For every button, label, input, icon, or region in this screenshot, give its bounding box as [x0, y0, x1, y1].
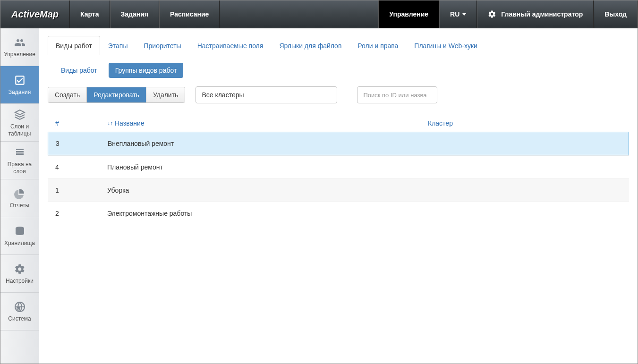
sidebar: Управление Задания Слои и таблицы Права … [0, 28, 39, 364]
cell-id: 3 [56, 140, 108, 147]
page-body: Управление Задания Слои и таблицы Права … [0, 28, 638, 364]
create-button[interactable]: Создать [48, 87, 87, 102]
globe-icon: C [12, 300, 27, 313]
tab-priorities[interactable]: Приоритеты [136, 36, 189, 55]
layers-icon [12, 108, 27, 121]
header-id[interactable]: # [55, 119, 107, 127]
top-bar: ActiveMap Карта Задания Расписание Управ… [0, 0, 638, 28]
tab-stages[interactable]: Этапы [100, 36, 136, 55]
tab-roles[interactable]: Роли и права [349, 36, 406, 55]
sidebar-item-tasks[interactable]: Задания [0, 66, 39, 104]
tab-work-types[interactable]: Виды работ [48, 36, 100, 55]
crud-button-group: Создать Редактировать Удалить [48, 87, 185, 103]
nav-admin[interactable]: Главный администратор [477, 0, 594, 28]
gear-icon [488, 10, 496, 18]
delete-button[interactable]: Удалить [146, 87, 185, 102]
users-icon [12, 36, 27, 49]
subtab-work-type-groups[interactable]: Группы видов работ [109, 63, 184, 78]
sidebar-item-settings[interactable]: Настройки [0, 255, 39, 293]
main-tabs: Виды работ Этапы Приоритеты Настраиваемы… [48, 36, 629, 55]
sidebar-label: Настройки [6, 278, 34, 284]
nav-manage[interactable]: Управление [378, 0, 439, 28]
cell-id: 1 [55, 186, 107, 194]
checkbox-icon [12, 74, 27, 87]
cell-cluster [428, 163, 621, 171]
sidebar-item-rights[interactable]: Права на слои [0, 142, 39, 179]
sidebar-label: Хранилища [4, 240, 35, 246]
cell-name: Уборка [107, 186, 428, 194]
header-cluster[interactable]: Кластер [428, 119, 621, 127]
subtab-work-types[interactable]: Виды работ [54, 63, 104, 78]
svg-text:C: C [17, 307, 19, 310]
sidebar-label: Система [8, 315, 31, 322]
nav-admin-label: Главный администратор [501, 10, 583, 18]
document-icon [12, 146, 27, 159]
cluster-filter[interactable] [196, 86, 337, 103]
sidebar-item-system[interactable]: C Система [0, 293, 39, 330]
cell-name: Электромонтажные работы [107, 210, 428, 217]
cell-cluster [427, 140, 621, 147]
chevron-down-icon [462, 13, 466, 16]
cell-name: Внеплановый ремонт [108, 140, 427, 147]
nav-map[interactable]: Карта [70, 0, 110, 28]
header-name[interactable]: ↓↑ Название [107, 119, 428, 127]
piechart-icon [12, 187, 27, 200]
table-row[interactable]: 2 Электромонтажные работы [48, 202, 629, 225]
table-row[interactable]: 1 Уборка [48, 178, 629, 202]
nav-tasks[interactable]: Задания [110, 0, 159, 28]
sidebar-label: Задания [9, 89, 31, 95]
nav-spacer [220, 0, 378, 28]
tab-custom-fields[interactable]: Настраиваемые поля [189, 36, 272, 55]
toolbar: Создать Редактировать Удалить [48, 86, 629, 103]
edit-button[interactable]: Редактировать [87, 87, 146, 102]
cell-name: Плановый ремонт [107, 163, 428, 171]
app-logo: ActiveMap [0, 0, 70, 28]
nav-logout[interactable]: Выход [594, 0, 638, 28]
sort-asc-icon: ↓↑ [107, 120, 113, 127]
sidebar-label: Слои и таблицы [1, 123, 38, 137]
cell-id: 2 [55, 210, 107, 217]
nav-schedule[interactable]: Расписание [159, 0, 220, 28]
nav-language-label: RU [450, 10, 459, 18]
tab-file-labels[interactable]: Ярлыки для файлов [271, 36, 349, 55]
table-row[interactable]: 3 Внеплановый ремонт [48, 132, 629, 155]
sidebar-label: Отчеты [10, 202, 29, 209]
top-nav: Карта Задания Расписание Управление RU Г… [70, 0, 638, 28]
sidebar-label: Права на слои [1, 161, 38, 175]
cell-id: 4 [55, 163, 107, 171]
data-table: # ↓↑ Название Кластер 3 Внеплановый ремо… [48, 115, 629, 225]
table-row[interactable]: 4 Плановый ремонт [48, 155, 629, 178]
nav-language[interactable]: RU [439, 0, 477, 28]
cell-cluster [428, 210, 621, 217]
sidebar-item-reports[interactable]: Отчеты [0, 179, 39, 217]
sidebar-item-storage[interactable]: Хранилища [0, 217, 39, 255]
sidebar-item-layers[interactable]: Слои и таблицы [0, 104, 39, 142]
header-name-label: Название [115, 119, 145, 127]
cell-cluster [428, 186, 621, 194]
table-header: # ↓↑ Название Кластер [48, 115, 629, 132]
content-area: Виды работ Этапы Приоритеты Настраиваемы… [39, 28, 638, 364]
database-icon [12, 225, 27, 238]
gears-icon [12, 262, 27, 276]
sub-tabs: Виды работ Группы видов работ [48, 63, 629, 78]
sidebar-label: Управление [4, 51, 35, 58]
search-input[interactable] [357, 86, 437, 103]
tab-plugins[interactable]: Плагины и Web-хуки [406, 36, 485, 55]
sidebar-item-manage[interactable]: Управление [0, 28, 39, 66]
